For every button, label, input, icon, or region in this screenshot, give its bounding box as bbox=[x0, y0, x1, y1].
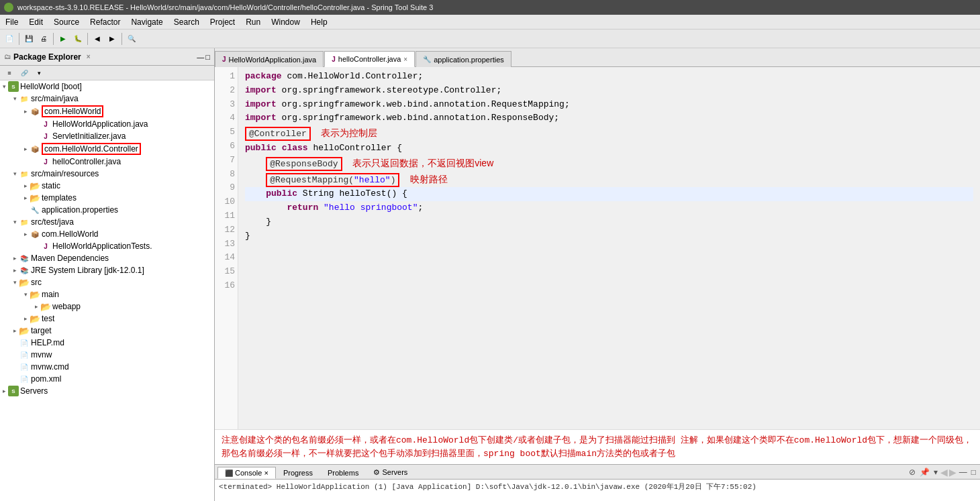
console-menu-icon[interactable]: ▾ bbox=[932, 467, 939, 478]
tree-item-helloworld[interactable]: ▾ S HelloWorld [boot] bbox=[0, 80, 214, 93]
tree-arrow: ▾ bbox=[11, 279, 19, 286]
tree-item-test[interactable]: ▸ 📂 test bbox=[0, 313, 214, 325]
tree-arrow: ▾ bbox=[21, 291, 30, 298]
console-pin-icon[interactable]: 📌 bbox=[918, 467, 931, 478]
menu-edit[interactable]: Edit bbox=[23, 16, 48, 28]
menu-window[interactable]: Window bbox=[266, 16, 305, 28]
menu-refactor[interactable]: Refactor bbox=[85, 16, 126, 28]
tree-label: src/test/java bbox=[31, 217, 74, 227]
tree-label: ServletInitializer.java bbox=[52, 131, 126, 141]
maximize-button[interactable]: □ bbox=[205, 53, 210, 61]
minimize-console-icon[interactable]: — bbox=[958, 467, 969, 478]
menu-run[interactable]: Run bbox=[240, 16, 266, 28]
tab-close-icon[interactable]: × bbox=[403, 56, 407, 63]
line-num-1: 1 bbox=[217, 70, 235, 84]
toolbar: 📄 💾 🖨 ▶ 🐛 ◀ ▶ 🔍 bbox=[0, 30, 980, 48]
tree-item-maven-deps[interactable]: ▸ 📚 Maven Dependencies bbox=[0, 252, 214, 264]
tree-item-webapp[interactable]: ▸ 📂 webapp bbox=[0, 300, 214, 313]
save-button[interactable]: 💾 bbox=[22, 32, 36, 46]
tree-item-src-main-java[interactable]: ▾ 📁 src/main/java bbox=[0, 93, 214, 105]
tree-item-hellocontroller[interactable]: J helloController.java bbox=[0, 156, 214, 168]
tree-item-servletinit[interactable]: J ServletInitializer.java bbox=[0, 130, 214, 142]
menu-source[interactable]: Source bbox=[48, 16, 85, 28]
code-body[interactable]: package com.HelloWorld.Controller;import… bbox=[238, 67, 980, 429]
line-num-8: 8 bbox=[217, 168, 235, 182]
progress-tab[interactable]: Progress bbox=[276, 467, 320, 479]
link-with-editor-button[interactable]: 🔗 bbox=[17, 66, 31, 80]
tree-label: src/main/resources bbox=[31, 169, 99, 178]
keyword-import-3: import bbox=[245, 85, 277, 95]
pe-title: 🗂 Package Explorer × bbox=[4, 52, 91, 62]
tree-item-target[interactable]: ▸ 📂 target bbox=[0, 325, 214, 337]
print-button[interactable]: 🖨 bbox=[37, 32, 50, 46]
forward-button[interactable]: ▶ bbox=[105, 32, 119, 46]
menu-search[interactable]: Search bbox=[168, 16, 205, 28]
run-button[interactable]: ▶ bbox=[56, 32, 70, 46]
console-actions: ⊘ 📌 ▾ ◀ ▶ — □ bbox=[908, 467, 977, 478]
code-line-15: } bbox=[245, 229, 973, 243]
editor-tab-bar: J HelloWorldApplication.java J helloCont… bbox=[215, 48, 980, 67]
tree-item-com-helloworld-ctrl[interactable]: ▸ 📦 com.HelloWorld.Controller bbox=[0, 142, 214, 156]
tree-item-static[interactable]: ▸ 📂 static bbox=[0, 180, 214, 192]
tree-label: Servers bbox=[20, 386, 48, 396]
tree-arrow: ▸ bbox=[32, 303, 40, 310]
search-button[interactable]: 🔍 bbox=[125, 32, 138, 46]
keyword-package: package bbox=[245, 71, 282, 81]
debug-button[interactable]: 🐛 bbox=[71, 32, 85, 46]
tree-item-application-prop[interactable]: 🔧 application.properties bbox=[0, 204, 214, 216]
project-icon: S bbox=[8, 386, 19, 396]
editor-content[interactable]: 12345678910111213141516 package com.Hell… bbox=[215, 67, 980, 464]
tree-item-pom-xml[interactable]: 📄 pom.xml bbox=[0, 373, 214, 385]
tree-arrow: ▾ bbox=[0, 83, 8, 90]
nav-back-icon[interactable]: ◀ bbox=[940, 467, 948, 478]
pe-view-menu-button[interactable]: ▾ bbox=[32, 66, 46, 80]
tab-helloworld-app[interactable]: J HelloWorldApplication.java bbox=[215, 51, 324, 67]
servers-tab[interactable]: ⚙ Servers bbox=[366, 466, 415, 479]
tree-label: webapp bbox=[52, 302, 81, 311]
minimize-button[interactable]: — bbox=[197, 53, 204, 61]
tree-item-src[interactable]: ▾ 📂 src bbox=[0, 276, 214, 288]
console-tab[interactable]: ⬛ Console × bbox=[217, 467, 276, 479]
keyword-return-13: return bbox=[287, 203, 318, 213]
pe-close-icon[interactable]: × bbox=[87, 53, 91, 60]
tree-item-com-helloworld-test[interactable]: ▸ 📦 com.HelloWorld bbox=[0, 228, 214, 240]
tree-label: HelloWorld [boot] bbox=[20, 82, 82, 91]
console-content: <terminated> HelloWorldApplication (1) [… bbox=[215, 480, 980, 501]
line-num-4: 4 bbox=[217, 111, 235, 125]
tree-item-templates[interactable]: ▸ 📂 templates bbox=[0, 192, 214, 204]
tree-item-mvnw[interactable]: 📄 mvnw bbox=[0, 349, 214, 361]
problems-tab[interactable]: Problems bbox=[320, 467, 366, 479]
tree-item-src-test-java[interactable]: ▾ 📁 src/test/java bbox=[0, 216, 214, 228]
tree-item-helloworld-tests[interactable]: J HelloWorldApplicationTests. bbox=[0, 240, 214, 252]
console-clear-icon[interactable]: ⊘ bbox=[908, 467, 917, 478]
pe-view-icon: 🗂 bbox=[4, 53, 11, 60]
nav-forward-icon[interactable]: ▶ bbox=[949, 467, 957, 478]
tree-item-servers[interactable]: ▸ S Servers bbox=[0, 385, 214, 397]
tree-item-src-main-resources[interactable]: ▾ 📁 src/main/resources bbox=[0, 168, 214, 180]
console-area: ⬛ Console × Progress Problems ⚙ Servers … bbox=[215, 464, 980, 501]
menu-project[interactable]: Project bbox=[205, 16, 240, 28]
tree-item-mvnw-cmd[interactable]: 📄 mvnw.cmd bbox=[0, 361, 214, 373]
menu-navigate[interactable]: Navigate bbox=[126, 16, 168, 28]
tab-app-properties[interactable]: 🔧 application.properties bbox=[415, 51, 511, 67]
tree-item-help-md[interactable]: 📄 HELP.md bbox=[0, 337, 214, 349]
maximize-console-icon[interactable]: □ bbox=[970, 467, 977, 478]
menu-help[interactable]: Help bbox=[305, 16, 333, 28]
collapse-all-button[interactable]: ≡ bbox=[3, 66, 16, 80]
tree-item-main[interactable]: ▾ 📂 main bbox=[0, 288, 214, 300]
back-button[interactable]: ◀ bbox=[91, 32, 104, 46]
toolbar-separator-3 bbox=[87, 33, 88, 45]
tab-hellocontroller[interactable]: J helloController.java × bbox=[324, 51, 415, 67]
new-button[interactable]: 📄 bbox=[3, 32, 16, 46]
tree-item-jre-system[interactable]: ▸ 📚 JRE System Library [jdk-12.0.1] bbox=[0, 264, 214, 276]
tree-arrow: ▸ bbox=[0, 388, 8, 394]
code-line-8: public class helloController { bbox=[245, 142, 973, 156]
line-num-14: 14 bbox=[217, 251, 235, 265]
code-line-10: @ResponseBody 表示只返回数据，不返回视图view bbox=[245, 156, 973, 172]
tree-item-com-helloworld[interactable]: ▸ 📦 com.HelloWorld bbox=[0, 105, 214, 118]
main-area: 🗂 Package Explorer × — □ ≡ 🔗 ▾ ▾ S Hello… bbox=[0, 48, 980, 501]
tree-item-helloworld-app[interactable]: J HelloWorldApplication.java bbox=[0, 118, 214, 130]
srcfolder-icon: 📁 bbox=[19, 93, 30, 104]
tree-arrow: ▸ bbox=[21, 182, 30, 189]
menu-file[interactable]: File bbox=[0, 16, 23, 28]
